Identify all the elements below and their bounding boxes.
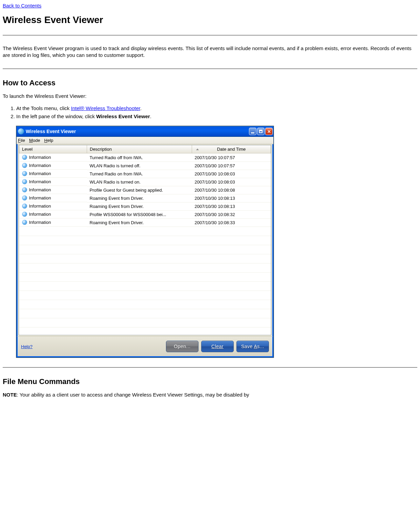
window-footer: Help? Open... Clear Save As... [17, 336, 273, 357]
table-row[interactable]: InformationRoaming Event from Driver.200… [19, 194, 271, 202]
table-row[interactable]: InformationProfile Guest for Guest being… [19, 186, 271, 194]
back-to-contents-link[interactable]: Back to Contents [3, 3, 41, 8]
maximize-button[interactable] [257, 128, 265, 135]
row-date: 2007/10/30 10:08:03 [192, 178, 271, 186]
menu-file[interactable]: File [18, 138, 25, 143]
window-title: Wireless Event Viewer [26, 129, 249, 134]
information-icon [22, 163, 27, 168]
events-table: Level Description Date and Time Informat… [19, 145, 271, 335]
row-level: Information [29, 155, 51, 160]
how-to-access-heading: How to Access [3, 79, 417, 87]
row-date: 2007/10/30 10:08:13 [192, 194, 271, 202]
steps-list: At the Tools menu, click Intel® Wireless… [16, 105, 417, 120]
information-icon [22, 220, 27, 225]
row-description: Turned Radio on from IWA. [87, 170, 192, 178]
row-description: WLAN Radio is turned on. [87, 178, 192, 186]
open-button[interactable]: Open... [166, 341, 198, 352]
menubar: File Mode Help [17, 137, 273, 144]
intel-troubleshooter-link[interactable]: Intel® Wireless Troubleshooter [71, 105, 140, 111]
help-link[interactable]: Help? [21, 344, 33, 349]
row-description: Turned Radio off from IWA. [87, 153, 192, 162]
table-row[interactable]: InformationTurned Radio on from IWA.2007… [19, 170, 271, 178]
information-icon [22, 195, 27, 200]
note-label: NOTE [3, 392, 17, 398]
file-menu-heading: File Menu Commands [3, 377, 417, 386]
table-row[interactable]: InformationRoaming Event from Driver.200… [19, 202, 271, 210]
sort-ascending-icon [196, 148, 199, 150]
row-date: 2007/10/30 10:07:57 [192, 162, 271, 170]
window-titlebar[interactable]: Wireless Event Viewer ✕ [17, 126, 273, 137]
row-level: Information [29, 163, 51, 168]
row-date: 2007/10/30 10:08:32 [192, 210, 271, 218]
information-icon [22, 171, 27, 176]
step-1: At the Tools menu, click Intel® Wireless… [16, 105, 417, 112]
row-level: Information [29, 171, 51, 176]
row-description: Roaming Event from Driver. [87, 194, 192, 202]
table-row[interactable]: InformationWLAN Radio is turned on.2007/… [19, 178, 271, 186]
row-date: 2007/10/30 10:08:08 [192, 186, 271, 194]
clear-button[interactable]: Clear [201, 341, 234, 352]
page-title: Wireless Event Viewer [3, 15, 417, 25]
row-level: Information [29, 179, 51, 184]
row-level: Information [29, 187, 51, 192]
step-2-bold: Wireless Event Viewer [96, 113, 150, 119]
row-description: Roaming Event from Driver. [87, 218, 192, 227]
menu-help[interactable]: Help [44, 138, 54, 143]
divider [3, 68, 417, 69]
row-description: Profile WSS00048 for WSS00048 bei... [87, 210, 192, 218]
information-icon [22, 179, 27, 184]
table-row[interactable]: InformationRoaming Event from Driver.200… [19, 218, 271, 227]
menu-mode[interactable]: Mode [29, 138, 40, 143]
row-date: 2007/10/30 10:07:57 [192, 153, 271, 162]
launch-intro: To launch the Wireless Event Viewer: [3, 93, 417, 100]
intro-paragraph: The Wireless Event Viewer program is use… [3, 45, 417, 59]
save-as-button[interactable]: Save As... [236, 341, 269, 352]
information-icon [22, 155, 27, 160]
step-2: In the left pane of the window, click Wi… [16, 113, 417, 120]
divider [3, 35, 417, 36]
app-icon [18, 128, 24, 134]
information-icon [22, 212, 27, 217]
information-icon [22, 187, 27, 192]
information-icon [22, 204, 27, 209]
note-paragraph: NOTE: Your ability as a client user to a… [3, 391, 417, 398]
table-row[interactable]: InformationProfile WSS00048 for WSS00048… [19, 210, 271, 218]
column-level[interactable]: Level [19, 145, 87, 153]
row-level: Information [29, 212, 51, 217]
column-date[interactable]: Date and Time [192, 145, 271, 153]
row-description: Roaming Event from Driver. [87, 202, 192, 210]
row-date: 2007/10/30 10:08:13 [192, 202, 271, 210]
window-content: Level Description Date and Time Informat… [17, 144, 273, 336]
row-date: 2007/10/30 10:08:03 [192, 170, 271, 178]
event-viewer-window: Wireless Event Viewer ✕ File Mode Help L… [16, 126, 274, 358]
row-date: 2007/10/30 10:08:33 [192, 218, 271, 227]
minimize-button[interactable] [249, 128, 256, 135]
column-description[interactable]: Description [87, 145, 192, 153]
row-description: WLAN Radio is turned off. [87, 162, 192, 170]
divider [3, 367, 417, 368]
row-level: Information [29, 204, 51, 209]
row-level: Information [29, 195, 51, 200]
row-level: Information [29, 220, 51, 225]
table-row[interactable]: InformationTurned Radio off from IWA.200… [19, 153, 271, 162]
table-row[interactable]: InformationWLAN Radio is turned off.2007… [19, 162, 271, 170]
close-button[interactable]: ✕ [265, 128, 273, 135]
row-description: Profile Guest for Guest being applied. [87, 186, 192, 194]
